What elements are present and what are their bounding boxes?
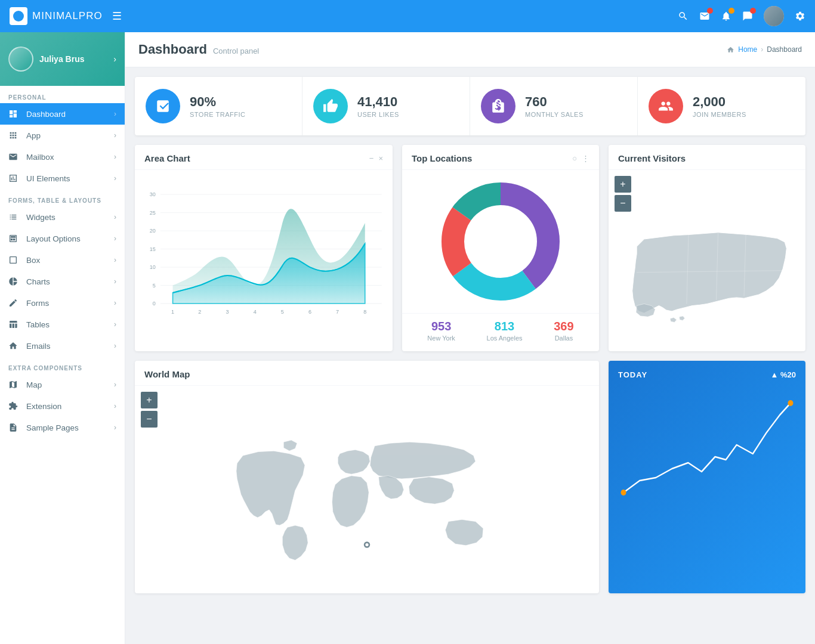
current-visitors-card: Current Visitors + −: [609, 145, 805, 351]
today-line-chart: [618, 385, 796, 516]
stat-value: 41,410: [357, 94, 399, 110]
map-zoom-in-button[interactable]: +: [615, 176, 631, 193]
today-label: TODAY: [618, 370, 647, 379]
chat-button[interactable]: [742, 11, 753, 21]
dallas-value: 369: [554, 320, 573, 333]
world-map-controls: + −: [141, 392, 593, 428]
settings-button[interactable]: [795, 11, 805, 21]
stat-card-join-members: 2,000 JOIN MEMBERS: [638, 77, 805, 135]
sidebar-item-arrow: ›: [114, 277, 116, 286]
svg-text:30: 30: [150, 191, 156, 197]
sidebar-item-mailbox[interactable]: Mailbox ›: [0, 146, 125, 168]
stat-label: MONTHLY SALES: [525, 111, 584, 118]
sidebar-item-layout[interactable]: Layout Options ›: [0, 228, 125, 249]
svg-text:0: 0: [153, 301, 156, 306]
sidebar-item-arrow: ›: [114, 320, 116, 329]
stat-card-monthly-sales: 760 MONTHLY SALES: [470, 77, 638, 135]
sidebar-item-label: Box: [26, 256, 108, 265]
sidebar-item-arrow: ›: [114, 342, 116, 350]
svg-text:4: 4: [254, 309, 257, 315]
home-icon: [727, 46, 734, 54]
area-chart-body: 30 25 20 15 10 5 0 1 2 3 4 5 6: [135, 170, 393, 337]
top-locations-actions: ○ ⋮: [572, 154, 589, 163]
stat-card-user-likes: 41,410 USER LIKES: [302, 77, 470, 135]
mail-button[interactable]: [699, 11, 710, 21]
sidebar-item-dashboard[interactable]: Dashboard ›: [0, 103, 125, 125]
sidebar-item-sample-pages[interactable]: Sample Pages ›: [0, 417, 125, 438]
sidebar-user-profile[interactable]: Juliya Brus ›: [0, 32, 125, 86]
sidebar-item-forms[interactable]: Forms ›: [0, 292, 125, 314]
sidebar-user-chevron: ›: [113, 54, 116, 64]
sidebar-item-emails[interactable]: Emails ›: [0, 335, 125, 357]
sidebar-item-tables[interactable]: Tables ›: [0, 314, 125, 335]
app-icon: [8, 131, 20, 140]
donut-container: [402, 170, 599, 313]
stat-label: JOIN MEMBERS: [693, 111, 746, 118]
area-chart-card: Area Chart − ×: [135, 145, 393, 351]
user-avatar[interactable]: [764, 6, 784, 26]
stat-value: 2,000: [693, 94, 746, 110]
user-likes-icon-circle: [313, 89, 348, 123]
sidebar: Juliya Brus › PERSONAL Dashboard › App ›…: [0, 32, 125, 644]
sidebar-item-arrow: ›: [114, 402, 116, 410]
section-label-extra: EXTRA COMPONENTS: [0, 357, 125, 374]
today-chart: [618, 385, 796, 584]
donut-stat-losangeles: 813 Los Angeles: [487, 320, 523, 342]
dashboard-icon: [8, 109, 20, 119]
box-icon: [8, 255, 20, 265]
notification-button[interactable]: [721, 11, 731, 21]
map-container: + −: [609, 170, 805, 342]
map-controls: + −: [615, 176, 799, 212]
sidebar-item-arrow: ›: [114, 131, 116, 140]
sidebar-item-arrow: ›: [114, 423, 116, 432]
sidebar-item-map[interactable]: Map ›: [0, 374, 125, 395]
widgets-icon: [8, 212, 20, 222]
map-zoom-out-button[interactable]: −: [615, 195, 631, 212]
svg-text:7: 7: [336, 309, 339, 315]
sidebar-item-box[interactable]: Box ›: [0, 249, 125, 271]
minimize-button[interactable]: −: [369, 154, 374, 163]
sidebar-item-ui-elements[interactable]: UI Elements ›: [0, 168, 125, 189]
donut-stat-dallas: 369 Dallas: [554, 320, 573, 342]
svg-point-37: [621, 490, 626, 496]
topbar-icons: [678, 6, 805, 26]
sidebar-username: Juliya Brus: [39, 54, 107, 64]
section-label-forms: FORMS, TABLE & LAYOUTS: [0, 189, 125, 206]
content-grid-row1: Area Chart − ×: [125, 135, 815, 361]
losangeles-label: Los Angeles: [487, 335, 523, 342]
world-map-header: World Map: [135, 361, 599, 386]
world-map-body: + −: [135, 386, 599, 593]
svg-text:2: 2: [198, 309, 201, 315]
sidebar-item-label: Tables: [26, 320, 108, 329]
world-zoom-in-button[interactable]: +: [141, 392, 158, 408]
world-zoom-out-button[interactable]: −: [141, 411, 158, 428]
sample-pages-icon: [8, 423, 20, 432]
ui-elements-icon: [8, 174, 20, 183]
page-header: Dashboard Control panel Home › Dashboard: [125, 32, 815, 67]
stat-label: STORE TRAFFIC: [190, 111, 246, 118]
breadcrumb-home[interactable]: Home: [738, 45, 757, 54]
area-chart-svg: 30 25 20 15 10 5 0 1 2 3 4 5 6: [141, 176, 387, 331]
top-locations-card: Top Locations ○ ⋮: [402, 145, 599, 351]
layout-icon: [8, 234, 20, 243]
sidebar-item-widgets[interactable]: Widgets ›: [0, 206, 125, 228]
breadcrumb: Home › Dashboard: [727, 45, 802, 54]
donut-stats: 953 New York 813 Los Angeles 369 Dallas: [402, 313, 599, 351]
menu-toggle-icon[interactable]: ☰: [112, 10, 122, 23]
losangeles-value: 813: [487, 320, 523, 333]
sidebar-item-extension[interactable]: Extension ›: [0, 395, 125, 417]
svg-text:25: 25: [150, 210, 156, 216]
close-button[interactable]: ×: [378, 154, 383, 163]
svg-point-36: [788, 400, 793, 406]
monthly-sales-icon-circle: [481, 89, 515, 123]
stat-value: 90%: [190, 94, 246, 110]
svg-text:8: 8: [363, 309, 366, 315]
sidebar-item-charts[interactable]: Charts ›: [0, 271, 125, 292]
search-button[interactable]: [678, 11, 689, 21]
sidebar-item-label: Widgets: [26, 213, 108, 222]
stat-info: 90% STORE TRAFFIC: [190, 94, 246, 118]
sidebar-item-app[interactable]: App ›: [0, 125, 125, 146]
content-grid-row2: World Map + −: [125, 361, 815, 603]
sidebar-item-label: Sample Pages: [26, 423, 108, 432]
more-options-button[interactable]: ⋮: [582, 154, 589, 163]
